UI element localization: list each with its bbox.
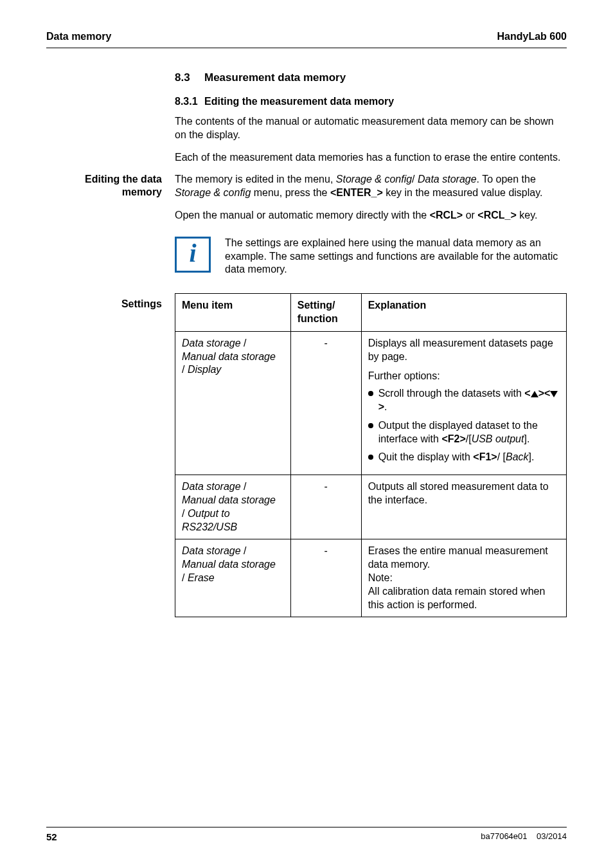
table-header-row: Menu item Setting/ function Explanation (175, 294, 567, 332)
info-note: i The settings are explained here using … (175, 237, 567, 276)
list-item: Output the displayed dataset to the inte… (368, 419, 560, 446)
cell-explanation: Erases the entire manual measurement dat… (361, 539, 566, 617)
section-number: 8.3 (175, 71, 204, 84)
list-item: Scroll through the datasets with <><>. (368, 387, 560, 414)
editing-paragraph-1: The memory is edited in the menu, Storag… (175, 173, 567, 200)
cell-setting: - (290, 331, 361, 475)
editing-paragraph-2: Open the manual or automatic memory dire… (175, 209, 567, 222)
subsection-number: 8.3.1 (175, 96, 204, 107)
header-left: Data memory (46, 31, 111, 42)
intro-paragraph-2: Each of the measurement data memories ha… (175, 151, 567, 165)
footer-rule (46, 827, 567, 827)
cell-explanation: Outputs all stored measurement data to t… (361, 475, 566, 539)
table-row: Data storage / Manual data storage / Dis… (175, 331, 567, 475)
th-explanation: Explanation (361, 294, 566, 332)
footer-date: 03/2014 (537, 831, 567, 841)
cell-menu-item: Data storage / Manual data storage / Dis… (175, 331, 291, 475)
section-heading: 8.3Measurement data memory (175, 71, 567, 84)
cell-setting: - (290, 539, 361, 617)
header-rule (46, 48, 567, 48)
header-right: HandyLab 600 (497, 31, 567, 42)
settings-table: Menu item Setting/ function Explanation … (175, 293, 567, 617)
table-row: Data storage / Manual data storage / Out… (175, 475, 567, 539)
cell-setting: - (290, 475, 361, 539)
subsection-title: Editing the measurement data memory (204, 96, 394, 107)
section-title: Measurement data memory (204, 71, 346, 84)
footer: 52 ba77064e01 03/2014 (46, 827, 567, 842)
down-icon (550, 391, 558, 397)
th-menu-item: Menu item (175, 294, 291, 332)
cell-explanation: Displays all measurement datasets page b… (361, 331, 566, 475)
intro-paragraph-1: The contents of the manual or automatic … (175, 115, 567, 142)
footer-doc: ba77064e01 (481, 831, 527, 841)
th-setting: Setting/ function (290, 294, 361, 332)
table-row: Data storage / Manual data storage / Era… (175, 539, 567, 617)
editing-label: Editing the data memory (46, 173, 168, 199)
up-icon (531, 391, 538, 397)
cell-menu-item: Data storage / Manual data storage / Out… (175, 475, 291, 539)
subsection-heading: 8.3.1Editing the measurement data memory (175, 96, 567, 107)
cell-menu-item: Data storage / Manual data storage / Era… (175, 539, 291, 617)
info-text: The settings are explained here using th… (225, 237, 567, 276)
list-item: Quit the display with <F1>/ [Back]. (368, 451, 560, 464)
info-icon: i (175, 237, 211, 273)
settings-label: Settings (46, 298, 168, 310)
page-number: 52 (46, 831, 57, 842)
